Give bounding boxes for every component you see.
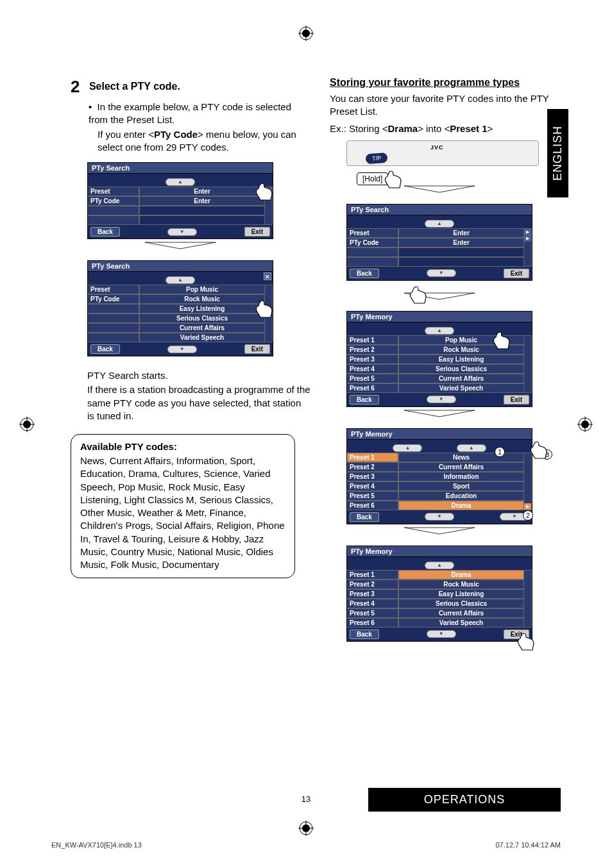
scroll-down-button[interactable]: ▼: [427, 269, 456, 277]
callout-2: 2: [523, 510, 533, 521]
pty-option[interactable]: Education: [398, 491, 524, 501]
back-button[interactable]: Back: [90, 227, 120, 237]
scroll-up-button[interactable]: ▲: [425, 220, 454, 228]
scroll-up-button[interactable]: ▲: [166, 178, 195, 186]
exit-button[interactable]: Exit: [504, 395, 529, 405]
pty-option[interactable]: Rock Music: [139, 294, 265, 304]
row-label: Preset: [88, 187, 139, 196]
scroll-down-button[interactable]: ▼: [427, 396, 456, 403]
scroll-up-button[interactable]: ▲: [457, 444, 486, 452]
scroll-down-button[interactable]: ▼: [167, 346, 197, 353]
flow-arrow-icon: [346, 527, 532, 537]
panel-title: PTy Search: [88, 163, 273, 174]
row-label: Preset: [347, 228, 398, 238]
back-button[interactable]: Back: [350, 395, 379, 405]
available-codes-box: Available PTY codes: News, Current Affai…: [71, 434, 295, 578]
preset-value[interactable]: Current Affairs: [398, 608, 524, 618]
scroll-up-button[interactable]: ▲: [425, 327, 454, 335]
exit-button[interactable]: Exit: [244, 227, 270, 237]
enter-button[interactable]: Enter: [139, 196, 265, 206]
step-number: 2: [71, 77, 80, 97]
scroll-down-button[interactable]: ▼: [167, 228, 197, 236]
pty-option[interactable]: Current Affairs: [398, 462, 524, 472]
preset-value[interactable]: Current Affairs: [398, 374, 524, 383]
enter-button[interactable]: Enter: [139, 187, 265, 196]
back-button[interactable]: Back: [350, 512, 379, 522]
exit-button[interactable]: Exit: [244, 344, 270, 354]
pty-option[interactable]: Information: [398, 472, 524, 481]
scroll-down-button[interactable]: ▼: [425, 513, 454, 521]
tp-button[interactable]: T/P: [365, 153, 387, 164]
pty-option[interactable]: Current Affairs: [139, 323, 265, 333]
pty-option[interactable]: Drama: [398, 501, 524, 510]
preset-value[interactable]: Varied Speech: [398, 383, 524, 393]
pty-option[interactable]: Sport: [398, 481, 524, 491]
box-title: Available PTY codes:: [80, 441, 285, 452]
preset-value[interactable]: Rock Music: [398, 580, 524, 589]
callout-1: 1: [495, 447, 505, 457]
pty-search-panel-expanded: PTy Search ✕ ▲ Preset PTy Code Pop Music: [87, 260, 273, 356]
preset-label[interactable]: Preset 1: [347, 453, 398, 462]
preset-label[interactable]: Preset 2: [347, 462, 398, 472]
preset-label[interactable]: Preset 4: [347, 481, 398, 491]
row-label: PTy Code: [88, 294, 139, 304]
panel-title: PTy Memory: [347, 312, 532, 322]
preset-label[interactable]: Preset 6: [347, 501, 398, 510]
registration-mark-icon: [298, 821, 314, 836]
registration-mark-icon: [298, 26, 314, 41]
flow-arrow-icon: [87, 242, 273, 251]
preset-value[interactable]: Easy Listening: [398, 589, 524, 599]
scrollbar[interactable]: ▶▶: [524, 228, 532, 267]
scroll-down-button[interactable]: ▼: [427, 630, 456, 638]
preset-label: Preset 6: [347, 383, 398, 393]
row-label: PTy Code: [88, 196, 139, 206]
preset-label: Preset 1: [347, 570, 398, 580]
back-button[interactable]: Back: [350, 269, 379, 278]
preset-label[interactable]: Preset 5: [347, 491, 398, 501]
pty-option[interactable]: News: [398, 453, 524, 462]
scrollbar[interactable]: ▶▶: [265, 187, 273, 225]
preset-value[interactable]: Serious Classics: [398, 364, 524, 374]
scroll-up-button[interactable]: ▲: [425, 562, 454, 569]
preset-label: Preset 2: [347, 580, 398, 589]
scrollbar[interactable]: [265, 285, 273, 342]
enter-button[interactable]: Enter: [398, 228, 524, 238]
brand-label: JVC: [430, 144, 444, 151]
preset-value[interactable]: Drama: [398, 570, 524, 580]
scroll-up-button[interactable]: ▲: [166, 276, 195, 284]
pty-option[interactable]: Pop Music: [139, 285, 265, 294]
panel-title: PTy Search: [88, 261, 273, 272]
scrollbar[interactable]: [524, 570, 532, 628]
scrollbar[interactable]: [524, 335, 532, 393]
preset-value[interactable]: Pop Music: [398, 335, 524, 345]
preset-value[interactable]: Rock Music: [398, 345, 524, 355]
pty-search-panel: PTy Search ▲ PresetEnter PTy CodeEnter ▶…: [346, 204, 532, 281]
pty-option[interactable]: Easy Listening: [139, 304, 265, 313]
close-button[interactable]: ✕: [264, 272, 271, 280]
preset-value[interactable]: Serious Classics: [398, 599, 524, 608]
scroll-up-button[interactable]: ▲: [393, 444, 422, 452]
section-bar: OPERATIONS: [368, 788, 561, 812]
preset-label: Preset 3: [347, 589, 398, 599]
back-button[interactable]: Back: [350, 630, 379, 639]
pty-memory-panel-select: PTy Memory ▲ ▲ Preset 1 Preset 2 Preset …: [346, 428, 532, 524]
preset-value[interactable]: Varied Speech: [398, 618, 524, 628]
preset-label: Preset 4: [347, 599, 398, 608]
bullet-text: • In the example below, a PTY code is se…: [89, 101, 310, 126]
preset-value[interactable]: Easy Listening: [398, 355, 524, 364]
enter-button[interactable]: Enter: [398, 238, 524, 247]
panel-title: PTy Search: [347, 204, 532, 215]
exit-button[interactable]: Exit: [504, 269, 529, 278]
back-button[interactable]: Back: [90, 344, 120, 354]
search-starts-text: PTY Search starts.: [87, 369, 310, 382]
panel-title: PTy Memory: [347, 429, 532, 440]
preset-label: Preset 5: [347, 608, 398, 618]
search-body-text: If there is a station broadcasting a pro…: [87, 383, 310, 422]
exit-button[interactable]: Exit: [504, 630, 529, 639]
scrollbar[interactable]: ▶: [524, 453, 532, 510]
pty-option[interactable]: Varied Speech: [139, 333, 265, 342]
bullet-sub-text: If you enter <PTy Code> menu below, you …: [98, 128, 310, 153]
pty-option[interactable]: Serious Classics: [139, 313, 265, 323]
preset-label[interactable]: Preset 3: [347, 472, 398, 481]
hold-hint: [Hold]: [357, 172, 388, 185]
